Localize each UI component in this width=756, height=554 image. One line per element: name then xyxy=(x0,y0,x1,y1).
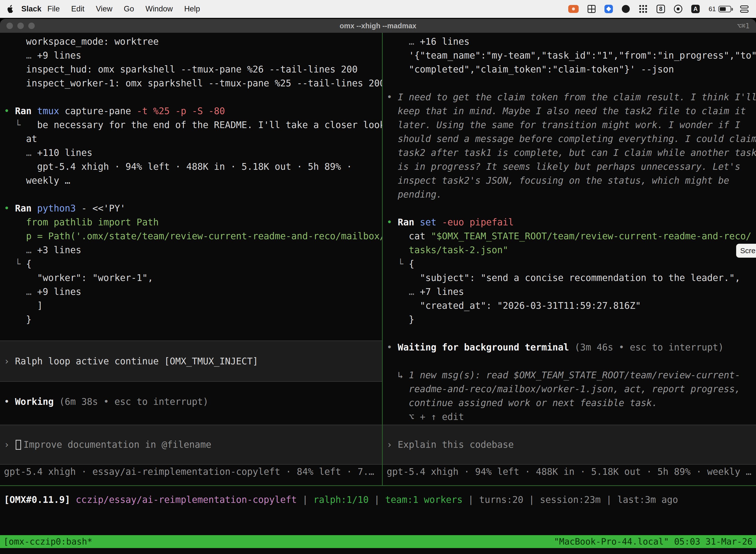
text-segment: pending. xyxy=(387,189,442,200)
terminal-line: '{"team_name":"my-team","task_id":"1","f… xyxy=(387,49,756,63)
text-segment: › xyxy=(4,356,15,367)
terminal-line: … +110 lines xyxy=(4,146,382,160)
camera-icon[interactable] xyxy=(674,5,682,13)
terminal-line: … +9 lines xyxy=(4,49,382,63)
terminal-line: later. Using the same for transition mig… xyxy=(387,118,756,132)
text-segment: tasks/task-2.json" xyxy=(387,245,508,256)
model-status-right: gpt-5.4 xhigh · 94% left · 488K in · 5.1… xyxy=(387,465,751,479)
text-segment: [OMX#0.11.9] xyxy=(4,494,76,505)
apple-menu[interactable] xyxy=(7,5,14,13)
tmux-pane-left[interactable]: workspace_mode: worktree … +9 lines insp… xyxy=(0,33,382,485)
terminal-line xyxy=(4,188,382,202)
tmux-pane-right[interactable]: … +16 lines '{"team_name":"my-team","tas… xyxy=(383,33,756,485)
prompt-input-left[interactable]: › Improve documentation in @filename xyxy=(0,425,382,465)
text-segment xyxy=(414,217,420,228)
text-segment: (3m 46s • esc to interrupt) xyxy=(569,342,724,353)
screen-tooltip: Scre xyxy=(736,244,756,258)
text-segment: Explain this codebase xyxy=(398,439,514,450)
text-segment: … xyxy=(4,245,37,256)
toggle-pill xyxy=(740,10,749,13)
text-segment: { xyxy=(409,259,414,269)
menu-item-view[interactable]: View xyxy=(96,4,112,13)
grid-icon[interactable] xyxy=(587,5,595,13)
text-segment: tmux xyxy=(37,106,59,116)
text-segment xyxy=(437,217,442,228)
text-segment: › xyxy=(387,439,398,450)
terminal-window: omx --xhigh --madmax ⌥⌘1 workspace_mode:… xyxy=(0,19,756,554)
terminal-line: • Ran tmux capture-pane -t %25 -p -S -80 xyxy=(4,104,382,118)
text-segment: • xyxy=(387,92,398,103)
text-segment: Ralph loop active continue [OMX_TMUX_INJ… xyxy=(15,356,258,367)
dark-app-icon[interactable] xyxy=(622,5,630,13)
menu-app-name[interactable]: Slack xyxy=(21,4,42,13)
tmux-session-label[interactable]: [omx-cczip0:bash* xyxy=(3,537,92,547)
menu-item-window[interactable]: Window xyxy=(145,4,173,13)
text-segment: p = Path('.omx/state/team/review-current… xyxy=(4,231,382,241)
text-segment: • xyxy=(4,396,15,407)
terminal-line: • Ran set -euo pipefail xyxy=(387,215,756,229)
text-segment: … xyxy=(387,286,420,297)
text-segment: -t %25 -p -S -80 xyxy=(137,106,225,116)
screen-recording-icon[interactable] xyxy=(568,5,579,13)
text-segment: be necessary for the end of the README. … xyxy=(37,120,382,130)
text-cursor xyxy=(16,440,21,450)
terminal-line: } xyxy=(4,313,382,327)
text-segment: task2 after task1 is complete, but can I… xyxy=(387,148,756,158)
terminal-line: "completed","claim_token":"claim-token"}… xyxy=(387,63,756,76)
working-status: • Working (6m 38s • esc to interrupt) xyxy=(4,395,208,409)
text-segment: inspect_hud: omx sparkshell --tmux-pane … xyxy=(4,64,358,75)
text-segment: inspect_worker-1: omx sparkshell --tmux-… xyxy=(4,78,382,89)
terminal-line: should send a message before completing … xyxy=(387,132,756,146)
battery-icon xyxy=(718,6,731,12)
text-segment: Working xyxy=(15,396,54,407)
omx-status-bar: [OMX#0.11.9] cczip/essay/ai-reimplementa… xyxy=(4,493,678,507)
terminal-content[interactable]: workspace_mode: worktree … +9 lines insp… xyxy=(0,33,756,486)
terminal-line: at xyxy=(4,132,382,146)
apple-icon xyxy=(7,5,14,13)
menu-item-go[interactable]: Go xyxy=(124,4,134,13)
text-segment: python3 xyxy=(37,203,76,214)
prompt-input-right[interactable]: › Explain this codebase xyxy=(383,425,756,465)
text-segment: team:1 workers xyxy=(385,494,462,505)
tmux-status-bar: [omx-cczip0:bash* "MacBook-Pro-44.local"… xyxy=(0,535,756,548)
input-source-icon[interactable]: A xyxy=(691,5,700,13)
terminal-line: gpt-5.4 xhigh · 94% left · 488K in · 5.1… xyxy=(4,160,382,174)
terminal-line: … +9 lines xyxy=(4,285,382,299)
menu-item-file[interactable]: File xyxy=(47,4,60,13)
control-center-icon[interactable] xyxy=(740,5,749,13)
text-segment: from pathlib import Path xyxy=(4,217,159,228)
app-badge-8-icon[interactable]: 8 xyxy=(656,5,665,13)
terminal-line: inspect_hud: omx sparkshell --tmux-pane … xyxy=(4,63,382,76)
text-segment: Ran xyxy=(15,106,32,116)
text-segment: later. Using the same for transition mig… xyxy=(387,120,740,130)
model-status-left: gpt-5.4 xhigh · essay/ai-reimplementatio… xyxy=(4,465,374,479)
text-segment: "created_at": "2026-03-31T11:59:27.816Z" xyxy=(387,300,641,311)
blue-app-icon[interactable] xyxy=(605,5,613,13)
terminal-line: "worker": "worker-1", xyxy=(4,271,382,285)
apps-grid-icon[interactable] xyxy=(639,4,648,13)
terminal-line: } xyxy=(387,313,756,327)
text-segment: … xyxy=(387,36,420,47)
text-segment: cczip/essay/ai-reimplementation-copyleft xyxy=(76,494,297,505)
text-segment: • xyxy=(387,342,398,353)
window-titlebar[interactable]: omx --xhigh --madmax ⌥⌘1 xyxy=(0,19,756,33)
battery-indicator[interactable]: 61 xyxy=(709,5,731,13)
text-segment: +110 lines xyxy=(37,148,92,158)
text-segment: | xyxy=(369,494,385,505)
terminal-line: "subject": "send a concise recommendatio… xyxy=(387,271,756,285)
text-segment: '{"team_name":"my-team","task_id":"1","f… xyxy=(387,50,756,61)
text-segment: › xyxy=(4,439,15,450)
text-segment: … xyxy=(4,50,37,61)
terminal-line: inspect task2's JSON, focusing on the st… xyxy=(387,174,756,188)
text-segment: Ran xyxy=(398,217,415,228)
text-segment: Ran xyxy=(15,203,32,214)
text-segment xyxy=(32,106,37,116)
text-segment: } xyxy=(387,314,414,325)
toggle-pill xyxy=(740,5,749,8)
menu-item-edit[interactable]: Edit xyxy=(71,4,84,13)
menu-item-help[interactable]: Help xyxy=(184,4,200,13)
text-segment: └ xyxy=(387,259,409,269)
terminal-line: └ be necessary for the end of the README… xyxy=(4,118,382,132)
text-segment: … xyxy=(4,148,37,158)
window-shortcut-hint: ⌥⌘1 xyxy=(737,22,750,30)
